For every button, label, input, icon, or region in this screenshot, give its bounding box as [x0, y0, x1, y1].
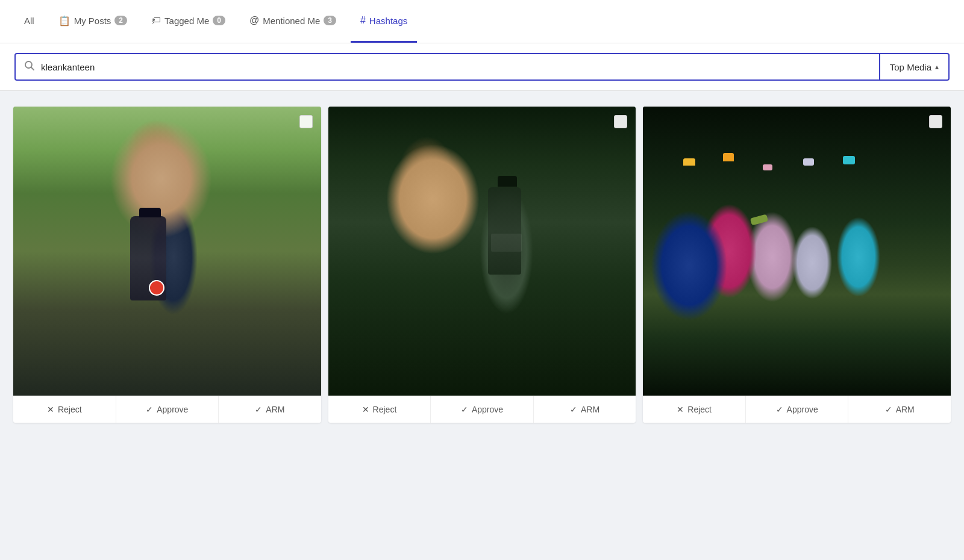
mentioned-me-icon: @ — [249, 15, 259, 26]
approve-check-icon-2: ✓ — [461, 405, 468, 414]
reject-x-icon-3: ✕ — [677, 405, 684, 414]
table-row: ✕ Reject ✓ Approve ✓ ARM — [643, 107, 951, 423]
card3-arm-label: ARM — [896, 405, 915, 414]
card1-reject-label: Reject — [58, 405, 82, 414]
card2-reject-label: Reject — [373, 405, 397, 414]
tab-tagged-me-badge: 0 — [213, 16, 225, 25]
sort-label: Top Media — [890, 62, 931, 72]
media-image-2 — [328, 107, 636, 396]
card2-reject-button[interactable]: ✕ Reject — [328, 396, 431, 423]
tab-all-label: All — [24, 16, 34, 26]
approve-check-icon-3: ✓ — [776, 405, 783, 414]
reject-x-icon: ✕ — [47, 405, 54, 414]
search-icon — [24, 60, 35, 73]
arm-check-icon-2: ✓ — [570, 405, 577, 414]
reject-x-icon-2: ✕ — [362, 405, 369, 414]
card1-approve-button[interactable]: ✓ Approve — [116, 396, 219, 423]
table-row: ✕ Reject ✓ Approve ✓ ARM — [328, 107, 636, 423]
card2-actions: ✕ Reject ✓ Approve ✓ ARM — [328, 396, 636, 423]
card3-approve-label: Approve — [787, 405, 818, 414]
table-row: ✕ Reject ✓ Approve ✓ ARM — [13, 107, 321, 423]
arm-check-icon: ✓ — [255, 405, 262, 414]
card3-reject-button[interactable]: ✕ Reject — [643, 396, 746, 423]
sort-dropdown[interactable]: Top Media ▴ — [880, 53, 950, 81]
card3-actions: ✕ Reject ✓ Approve ✓ ARM — [643, 396, 951, 423]
tabs-bar: All 📋 My Posts 2 🏷 Tagged Me 0 @ Mention… — [0, 0, 964, 43]
card1-actions: ✕ Reject ✓ Approve ✓ ARM — [13, 396, 321, 423]
card3-arm-button[interactable]: ✓ ARM — [848, 396, 951, 423]
hashtags-icon: # — [360, 15, 366, 26]
card3-checkbox[interactable] — [929, 115, 942, 128]
my-posts-icon: 📋 — [58, 15, 70, 26]
card2-approve-label: Approve — [472, 405, 503, 414]
tab-hashtags[interactable]: # Hashtags — [351, 0, 417, 43]
tab-tagged-me[interactable]: 🏷 Tagged Me 0 — [142, 0, 235, 43]
card3-approve-button[interactable]: ✓ Approve — [746, 396, 849, 423]
search-input[interactable] — [41, 62, 871, 72]
card1-checkbox[interactable] — [299, 115, 313, 128]
media-image-1 — [13, 107, 321, 396]
chevron-down-icon: ▴ — [935, 63, 939, 71]
tab-all[interactable]: All — [14, 0, 44, 43]
card2-checkbox[interactable] — [614, 115, 627, 128]
card2-arm-button[interactable]: ✓ ARM — [534, 396, 636, 423]
tab-my-posts-label: My Posts — [74, 16, 111, 26]
tab-mentioned-me[interactable]: @ Mentioned Me 3 — [240, 0, 346, 43]
media-grid: ✕ Reject ✓ Approve ✓ ARM — [0, 91, 964, 438]
svg-line-1 — [31, 67, 34, 70]
approve-check-icon: ✓ — [146, 405, 153, 414]
card2-approve-button[interactable]: ✓ Approve — [431, 396, 534, 423]
tagged-me-icon: 🏷 — [151, 15, 161, 26]
tab-mentioned-me-label: Mentioned Me — [263, 16, 320, 26]
search-row: Top Media ▴ — [0, 43, 964, 91]
tab-mentioned-me-badge: 3 — [324, 16, 336, 25]
card2-arm-label: ARM — [581, 405, 599, 414]
tab-tagged-me-label: Tagged Me — [164, 16, 209, 26]
card1-reject-button[interactable]: ✕ Reject — [13, 396, 116, 423]
card1-arm-button[interactable]: ✓ ARM — [219, 396, 321, 423]
search-container — [14, 53, 880, 81]
card1-arm-label: ARM — [266, 405, 284, 414]
tab-my-posts[interactable]: 📋 My Posts 2 — [49, 0, 137, 43]
arm-check-icon-3: ✓ — [885, 405, 892, 414]
tab-my-posts-badge: 2 — [114, 16, 127, 25]
card3-reject-label: Reject — [687, 405, 712, 414]
card1-approve-label: Approve — [157, 405, 188, 414]
tab-hashtags-label: Hashtags — [369, 16, 407, 26]
media-image-3 — [643, 107, 951, 396]
